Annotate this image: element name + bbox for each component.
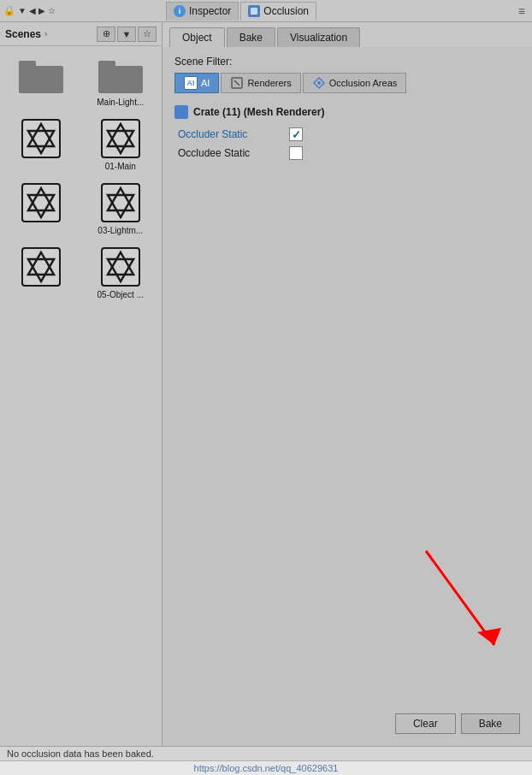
occluder-checkbox[interactable]: ✓ (289, 127, 303, 141)
scene-label: 01-Main (105, 162, 136, 171)
list-item[interactable]: 01-Main (85, 115, 157, 173)
scene-folder-icon-2 (97, 53, 145, 96)
svg-point-26 (317, 81, 321, 85)
scene-label (40, 290, 43, 299)
scenes-add-btn[interactable]: ⊕ (97, 27, 115, 42)
filter-renderers-btn[interactable]: Renderers (221, 73, 300, 93)
list-item[interactable]: 05-Object ... (85, 244, 157, 301)
scenes-title: Scenes (5, 28, 41, 40)
svg-rect-27 (176, 107, 186, 117)
list-item[interactable] (5, 115, 78, 173)
top-bar-left: 🔒 ▼ ◀ ▶ ☆ (3, 5, 166, 16)
list-item[interactable]: 03-Lightm... (85, 180, 157, 237)
mesh-title-row: Crate (11) (Mesh Renderer) (174, 105, 520, 119)
filter-ai-label: AI (201, 78, 210, 88)
tab-object[interactable]: Object (169, 27, 225, 47)
scene-label: 03-Lightm... (98, 226, 143, 235)
panel-content: Scene Filter: AI AI Renderers (163, 47, 532, 746)
scenes-content: Main-Light... (0, 46, 162, 746)
list-item[interactable] (5, 180, 78, 237)
scene-label: Main-Light... (97, 98, 144, 107)
inspector-tab-icon: i (174, 5, 186, 17)
list-item[interactable] (5, 244, 78, 301)
forward-icon[interactable]: ▶ (38, 6, 45, 15)
scene-unity-icon-3 (17, 181, 65, 224)
scene-unity-icon-4 (97, 181, 145, 224)
svg-line-28 (426, 551, 494, 645)
scene-label (40, 98, 43, 107)
menu-icon[interactable]: ≡ (518, 4, 529, 18)
button-row: Clear Bake (174, 713, 520, 734)
scene-filter-label: Scene Filter: (174, 56, 520, 68)
occlusion-tab-icon (248, 5, 260, 17)
svg-rect-4 (98, 61, 115, 73)
scene-grid: Main-Light... (5, 51, 157, 301)
bake-button[interactable]: Bake (461, 713, 520, 734)
scene-unity-icon-2 (97, 117, 145, 160)
checkmark-icon: ✓ (292, 129, 301, 140)
scene-unity-icon-1 (17, 117, 65, 160)
status-bar: No occlusion data has been baked. (0, 746, 532, 760)
right-panel: Object Bake Visualization Scene Filter: … (163, 22, 532, 746)
star-icon: ☆ (143, 28, 151, 39)
scenes-toolbar: ⊕ ▼ ☆ (97, 27, 157, 42)
svg-line-24 (234, 80, 239, 86)
occludee-checkbox[interactable] (289, 146, 303, 160)
scenes-header: Scenes › ⊕ ▼ ☆ (0, 22, 162, 46)
arrow-indicator (400, 542, 511, 662)
add-icon: ⊕ (103, 28, 110, 39)
top-bar: 🔒 ▼ ◀ ▶ ☆ i Inspector Occlusion ≡ (0, 0, 532, 22)
scene-label (40, 226, 43, 235)
clear-button[interactable]: Clear (395, 713, 456, 734)
filter-occlusion-areas-label: Occlusion Areas (329, 78, 397, 88)
back-icon[interactable]: ◀ (29, 6, 36, 15)
occludee-row: Occludee Static (174, 146, 520, 160)
url-bar: https://blog.csdn.net/qq_40629631 (0, 760, 532, 775)
filter-occlusion-areas-btn[interactable]: Occlusion Areas (303, 73, 406, 93)
inspector-tab[interactable]: i Inspector (166, 2, 239, 21)
occluder-row: Occluder Static ✓ (174, 127, 520, 141)
scenes-filter-btn[interactable]: ▼ (117, 27, 136, 42)
scenes-star-btn[interactable]: ☆ (138, 27, 157, 42)
lock-icon-area: 🔒 ▼ ◀ ▶ ☆ (3, 5, 56, 16)
svg-rect-0 (251, 8, 257, 15)
occlusion-tab-label: Occlusion (263, 5, 309, 17)
filter-buttons: AI AI Renderers (174, 73, 520, 93)
occluder-label[interactable]: Occluder Static (178, 128, 289, 140)
scenes-expand-icon[interactable]: › (44, 29, 47, 38)
list-item[interactable] (5, 51, 78, 109)
mesh-icon (174, 105, 188, 119)
svg-rect-2 (19, 61, 36, 73)
left-panel: Scenes › ⊕ ▼ ☆ (0, 22, 163, 746)
status-text: No occlusion data has been baked. (7, 748, 154, 759)
spacer (174, 165, 520, 713)
tab-visualization[interactable]: Visualization (277, 27, 360, 47)
url-text: https://blog.csdn.net/qq_40629631 (194, 763, 339, 773)
main-area: Scenes › ⊕ ▼ ☆ (0, 22, 532, 746)
scene-folder-icon-1 (17, 53, 65, 96)
list-item[interactable]: Main-Light... (85, 51, 157, 109)
filter-renderers-label: Renderers (247, 78, 291, 88)
arrow-icon: ▼ (18, 6, 27, 15)
occlusion-filter-icon (312, 76, 326, 90)
svg-marker-29 (477, 628, 501, 645)
ai-filter-icon: AI (184, 76, 198, 90)
filter-ai-btn[interactable]: AI AI (174, 73, 219, 93)
scene-label (40, 162, 43, 171)
inspector-tab-label: Inspector (189, 5, 231, 17)
scene-unity-icon-5 (17, 246, 65, 288)
top-bar-tabs: i Inspector Occlusion (166, 2, 518, 21)
filter-icon: ▼ (122, 29, 132, 39)
scene-unity-icon-6 (97, 246, 145, 288)
occludee-label[interactable]: Occludee Static (178, 147, 289, 159)
lock-icon: 🔒 (3, 5, 15, 16)
mesh-title-text: Crate (11) (Mesh Renderer) (193, 106, 324, 118)
tab-bake[interactable]: Bake (227, 27, 275, 47)
occlusion-tab[interactable]: Occlusion (240, 2, 316, 21)
tab-bar: Object Bake Visualization (163, 22, 532, 47)
bookmark-icon[interactable]: ☆ (48, 6, 56, 15)
renderer-filter-icon (230, 76, 244, 90)
scene-label: 05-Object ... (98, 290, 144, 299)
